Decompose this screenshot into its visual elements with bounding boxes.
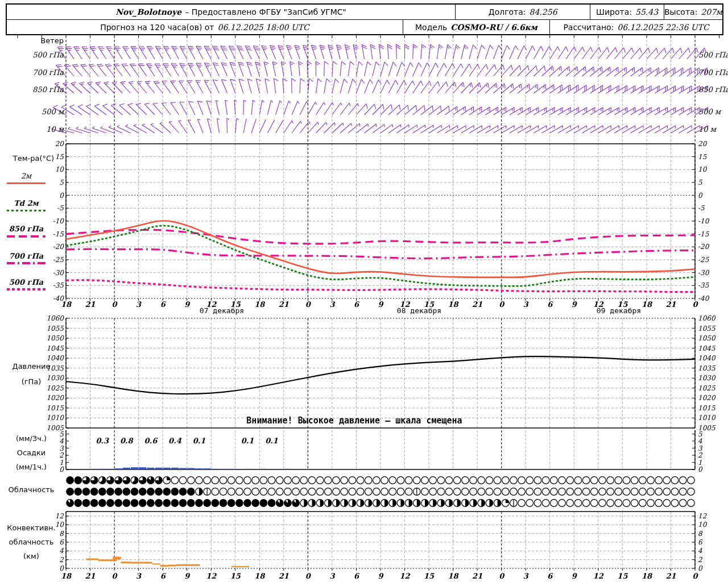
wind-level-500m-left: 500 м [5, 108, 64, 116]
wind-level-700hpa-right: 700 гПа [698, 69, 728, 77]
wind-level-850hpa-right: 850 гПа [698, 86, 728, 94]
model-info: Модель COSMO-RU / 6.6км [403, 20, 549, 35]
wind-panel-label: Ветер [16, 37, 64, 45]
day-label-dec07: 07 декабря [185, 307, 259, 315]
altitude: Высота: 207м [664, 5, 722, 19]
wind-level-500m-right: 500 м [698, 108, 721, 116]
precip-label-3h: (мм/3ч.) [0, 435, 63, 443]
calc-label: Рассчитано: [563, 23, 614, 32]
day-label-dec09: 09 декабря [582, 307, 656, 315]
longitude: Долгота: 84.256 [455, 5, 590, 19]
provider-text: – Предоставлено ФГБУ "ЗапСиб УГМС" [185, 7, 346, 16]
station-name: Nov_Bolotnoye [115, 7, 181, 16]
longitude-value: 84.256 [530, 7, 557, 16]
forecast-label: Прогноз на 120 часа(ов) от [100, 23, 214, 32]
high-pressure-warning: Внимание! Высокое давление – шкала смеще… [223, 415, 486, 426]
wind-level-700hpa-left: 700 гПа [5, 69, 64, 77]
wind-level-500hpa-left: 500 гПа [5, 51, 64, 59]
cloudiness-label: Облачность [0, 486, 63, 494]
wind-level-10m-left: 10 м [5, 126, 64, 134]
legend-line-700hpa [7, 262, 46, 264]
legend-label-td2m: Td 2м [0, 199, 52, 207]
legend-label-850hpa: 850 гПа [0, 225, 52, 233]
precip-label-title: Осадки [0, 449, 63, 457]
day-label-dec08: 08 декабря [382, 307, 456, 315]
wind-level-10m-right: 10 м [698, 126, 716, 134]
temp-panel-title: Тем-ра(°C) [2, 155, 65, 163]
forecast-info: Прогноз на 120 часа(ов) от 06.12.2025 18… [7, 20, 403, 35]
station-title: Nov_Bolotnoye – Предоставлено ФГБУ "ЗапС… [7, 5, 455, 19]
model-value: COSMO-RU / 6.6км [450, 23, 537, 32]
header-row-2: Прогноз на 120 часа(ов) от 06.12.2025 18… [7, 20, 722, 35]
legend-line-td2m [7, 210, 46, 211]
calc-info: Рассчитано: 06.12.2025 22:36 UTC [549, 20, 722, 35]
header-box: Nov_Bolotnoye – Предоставлено ФГБУ "ЗапС… [6, 3, 723, 35]
meteogram-canvas [0, 0, 728, 582]
altitude-label: Высота: [664, 7, 697, 16]
meteogram-page: Nov_Bolotnoye – Предоставлено ФГБУ "ЗапС… [0, 0, 728, 582]
altitude-value: 207м [701, 7, 722, 16]
header-row-1: Nov_Bolotnoye – Предоставлено ФГБУ "ЗапС… [7, 5, 722, 20]
convective-label-line2: облачность [0, 538, 63, 546]
legend-label-t2m: 2м [0, 172, 52, 180]
pressure-label-line1: Давление [0, 363, 63, 371]
longitude-label: Долгота: [489, 7, 526, 16]
latitude: Широта: 55.43 [590, 5, 664, 19]
convective-label-line3: (км) [0, 552, 63, 560]
forecast-time: 06.12.2025 18:00 UTC [218, 23, 309, 32]
calc-time: 06.12.2025 22:36 UTC [617, 23, 709, 32]
pressure-label-line2: (гПа) [0, 378, 63, 386]
model-label: Модель [415, 23, 447, 32]
legend-label-500hpa: 500 гПа [0, 278, 52, 286]
latitude-value: 55.43 [635, 7, 658, 16]
legend-line-500hpa [7, 288, 46, 290]
precip-label-1h: (мм/1ч.) [0, 463, 63, 471]
wind-level-850hpa-left: 850 гПа [5, 86, 64, 94]
wind-level-500hpa-right: 500 гПа [698, 51, 728, 59]
legend-label-700hpa: 700 гПа [0, 252, 52, 260]
latitude-label: Широта: [596, 7, 632, 16]
legend-line-850hpa [7, 235, 46, 238]
legend-line-t2m [7, 182, 46, 184]
convective-label-line1: Конвективн. [0, 524, 63, 532]
